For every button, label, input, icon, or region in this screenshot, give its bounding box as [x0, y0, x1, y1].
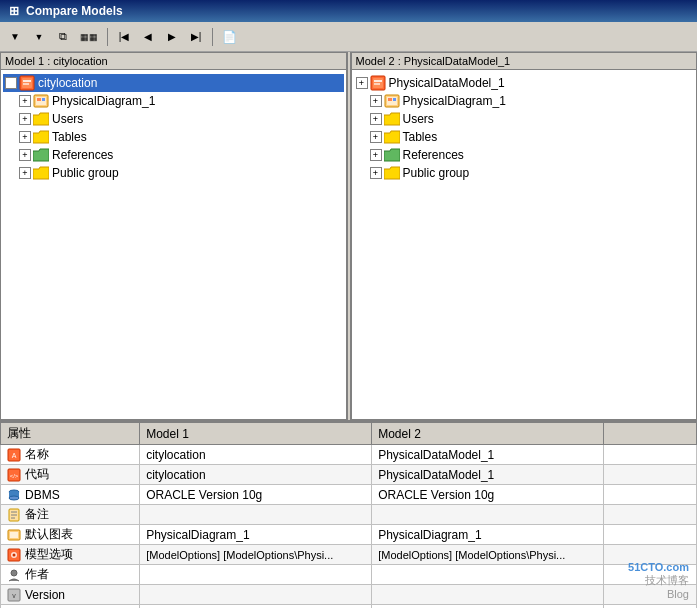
toolbar-merge-btn[interactable]: ▦▦: [76, 26, 102, 48]
right-public-expand[interactable]: +: [370, 167, 382, 179]
prop-row-author: 作者: [1, 565, 697, 585]
prop-model1-name: citylocation: [140, 445, 372, 465]
author-icon: [7, 568, 21, 582]
svg-rect-3: [23, 83, 29, 85]
right-tables-expand[interactable]: +: [370, 131, 382, 143]
right-child-users[interactable]: + Users: [354, 110, 695, 128]
left-child-references[interactable]: + References: [3, 146, 344, 164]
prop-label-dbms: DBMS: [1, 485, 140, 505]
prop-label-desc: 说明: [1, 605, 140, 609]
toolbar-dropdown-btn[interactable]: ▼: [28, 26, 50, 48]
prop-model2-default-diagram: PhysicalDiagram_1: [372, 525, 604, 545]
toolbar-sep-2: [212, 28, 213, 46]
right-refs-label: References: [403, 148, 464, 162]
left-public-folder-icon: [33, 165, 49, 181]
toolbar-nav-last-btn[interactable]: ▶|: [185, 26, 207, 48]
right-refs-expand[interactable]: +: [370, 149, 382, 161]
prop-model1-default-diagram: PhysicalDiagram_1: [140, 525, 372, 545]
prop-row-note: 备注: [1, 505, 697, 525]
svg-point-31: [13, 553, 16, 556]
right-child-public[interactable]: + Public group: [354, 164, 695, 182]
svg-rect-2: [23, 80, 31, 82]
prop-row-code: </> 代码 citylocation PhysicalDataModel_1: [1, 465, 697, 485]
filter-icon: ▼: [10, 31, 20, 42]
properties-area: 属性 Model 1 Model 2 A: [0, 422, 697, 608]
prop-model2-version: [372, 585, 604, 605]
prop-extra-default-diagram: [604, 525, 697, 545]
prop-model2-author: [372, 565, 604, 585]
prop-row-desc: 说明: [1, 605, 697, 609]
left-diagram-icon: [33, 93, 49, 109]
right-child-diagram[interactable]: + PhysicalDiagram_1: [354, 92, 695, 110]
right-users-folder-icon: [384, 111, 400, 127]
right-root-node[interactable]: + PhysicalDataModel_1: [354, 74, 695, 92]
right-diagram-expand[interactable]: +: [370, 95, 382, 107]
prop-extra-name: [604, 445, 697, 465]
svg-point-32: [11, 570, 17, 576]
prop-row-name: A 名称 citylocation PhysicalDataModel_1: [1, 445, 697, 465]
right-tree-content: + PhysicalDataModel_1 +: [352, 70, 697, 186]
prop-model1-version: [140, 585, 372, 605]
col-header-model2: Model 2: [372, 423, 604, 445]
toolbar-nav-next-btn[interactable]: ▶: [161, 26, 183, 48]
watermark-line2: 技术博客: [628, 573, 689, 588]
prop-model1-desc: [140, 605, 372, 609]
right-root-expand[interactable]: +: [356, 77, 368, 89]
left-refs-expand[interactable]: +: [19, 149, 31, 161]
prop-label-name: A 名称: [1, 445, 140, 465]
nav-prev-icon: ◀: [144, 31, 152, 42]
dropdown-arrow-icon: ▼: [35, 32, 44, 42]
prop-model1-code: citylocation: [140, 465, 372, 485]
right-tables-label: Tables: [403, 130, 438, 144]
svg-rect-28: [10, 532, 18, 538]
left-child-public[interactable]: + Public group: [3, 164, 344, 182]
left-root-node[interactable]: + citylocation: [3, 74, 344, 92]
prop-model2-name: PhysicalDataModel_1: [372, 445, 604, 465]
watermark-line3: Blog: [628, 588, 689, 600]
toolbar-nav-first-btn[interactable]: |◀: [113, 26, 135, 48]
name-icon: A: [7, 448, 21, 462]
left-tables-label: Tables: [52, 130, 87, 144]
watermark: 51CTO.com 技术博客 Blog: [628, 561, 689, 600]
right-child-tables[interactable]: + Tables: [354, 128, 695, 146]
left-child-diagram[interactable]: + PhysicalDiagram_1: [3, 92, 344, 110]
toolbar-filter-btn[interactable]: ▼: [4, 26, 26, 48]
right-panel-header: Model 2 : PhysicalDataModel_1: [352, 53, 697, 70]
prop-row-version: v Version: [1, 585, 697, 605]
toolbar-nav-prev-btn[interactable]: ◀: [137, 26, 159, 48]
left-root-label: citylocation: [38, 76, 97, 90]
prop-label-code: </> 代码: [1, 465, 140, 485]
svg-rect-6: [37, 98, 41, 101]
prop-row-default-diagram: 默认图表 PhysicalDiagram_1 PhysicalDiagram_1: [1, 525, 697, 545]
prop-label-default-diagram: 默认图表: [1, 525, 140, 545]
main-content: Model 1 : citylocation + citylocation: [0, 52, 697, 608]
left-public-expand[interactable]: +: [19, 167, 31, 179]
right-tables-folder-icon: [384, 129, 400, 145]
left-tables-expand[interactable]: +: [19, 131, 31, 143]
merge-icon: ▦▦: [80, 32, 98, 42]
left-tree-content: + citylocation +: [1, 70, 346, 186]
left-diagram-expand[interactable]: +: [19, 95, 31, 107]
left-root-expand[interactable]: +: [5, 77, 17, 89]
left-tables-folder-icon: [33, 129, 49, 145]
left-tree-panel: Model 1 : citylocation + citylocation: [0, 52, 347, 420]
toolbar-copy-btn[interactable]: ⧉: [52, 26, 74, 48]
svg-rect-10: [374, 80, 382, 82]
right-users-expand[interactable]: +: [370, 113, 382, 125]
right-root-label: PhysicalDataModel_1: [389, 76, 505, 90]
code-icon: </>: [7, 468, 21, 482]
toolbar-doc-btn[interactable]: 📄: [218, 26, 240, 48]
left-refs-label: References: [52, 148, 113, 162]
left-child-users[interactable]: + Users: [3, 110, 344, 128]
col-header-extra: [604, 423, 697, 445]
nav-first-icon: |◀: [119, 31, 130, 42]
right-child-references[interactable]: + References: [354, 146, 695, 164]
dbms-icon: [7, 488, 21, 502]
left-users-expand[interactable]: +: [19, 113, 31, 125]
nav-last-icon: ▶|: [191, 31, 202, 42]
prop-model1-note: [140, 505, 372, 525]
svg-text:A: A: [12, 452, 17, 459]
svg-point-22: [9, 496, 19, 500]
left-child-tables[interactable]: + Tables: [3, 128, 344, 146]
prop-model2-desc: [372, 605, 604, 609]
